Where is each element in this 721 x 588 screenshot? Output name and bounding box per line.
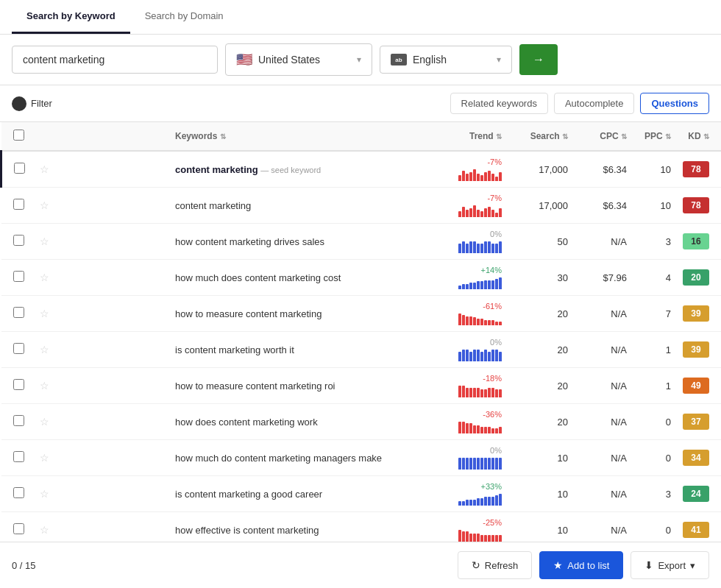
favorite-icon[interactable]: ☆ — [40, 163, 49, 175]
kd-cell: 78 — [677, 188, 721, 224]
bar — [473, 500, 476, 506]
col-trend[interactable]: Trend ⇅ — [419, 122, 508, 151]
keyword-text[interactable]: is content marketing worth it — [175, 344, 294, 355]
bar — [495, 535, 498, 542]
questions-btn[interactable]: Questions — [640, 93, 709, 114]
col-check[interactable] — [1, 122, 32, 151]
row-checkbox[interactable] — [13, 451, 24, 462]
bar — [462, 284, 465, 289]
bar — [469, 500, 472, 506]
export-button[interactable]: ⬇ Export ▾ — [631, 551, 709, 579]
row-checkbox[interactable] — [14, 163, 25, 174]
favorite-icon[interactable]: ☆ — [40, 272, 49, 283]
keyword-text[interactable]: how much do content marketing managers m… — [175, 453, 382, 464]
search-button[interactable]: → — [519, 44, 558, 75]
refresh-button[interactable]: ↻ Refresh — [458, 551, 533, 579]
bar — [480, 458, 483, 470]
flag-icon: 🇺🇸 — [236, 52, 252, 68]
trend-wrapper: 0% — [425, 446, 502, 470]
favorite-icon[interactable]: ☆ — [40, 199, 49, 211]
row-checkbox[interactable] — [13, 415, 24, 426]
row-checkbox[interactable] — [13, 523, 24, 534]
keyword-text[interactable]: how to measure content marketing roi — [175, 380, 335, 392]
tab-domain[interactable]: Search by Domain — [130, 0, 238, 34]
bar — [480, 319, 483, 325]
bar — [484, 350, 487, 361]
table-row: ☆is content marketing worth it 0% 20N/A1… — [1, 332, 722, 368]
toggle-dot-icon — [12, 96, 26, 111]
search-volume-cell: 30 — [508, 260, 574, 296]
bar — [473, 205, 476, 217]
bar — [495, 389, 498, 397]
favorite-icon[interactable]: ☆ — [40, 344, 49, 355]
row-checkbox[interactable] — [13, 235, 24, 246]
bar — [458, 422, 461, 433]
trend-wrapper: 0% — [425, 338, 502, 361]
col-keywords[interactable]: Keywords ⇅ — [169, 122, 419, 151]
keyword-text[interactable]: how effective is content marketing — [175, 525, 319, 536]
filter-toggle[interactable]: Filter — [12, 96, 52, 111]
bar — [477, 210, 480, 217]
bar — [466, 531, 469, 542]
keyword-text[interactable]: how does content marketing work — [175, 417, 318, 428]
row-checkbox[interactable] — [13, 271, 24, 282]
tab-keyword[interactable]: Search by Keyword — [12, 0, 130, 34]
keyword-input[interactable] — [12, 46, 218, 74]
col-kd[interactable]: KD ⇅ — [677, 122, 721, 151]
mini-chart — [458, 204, 502, 217]
bar — [484, 497, 487, 506]
bar — [499, 241, 502, 253]
col-search[interactable]: Search ⇅ — [508, 122, 574, 151]
country-select[interactable]: 🇺🇸 United States ▾ — [225, 43, 372, 76]
bar — [488, 207, 491, 217]
bar — [473, 283, 476, 289]
language-icon: ab — [391, 54, 407, 65]
trend-percent: -7% — [487, 157, 502, 166]
keyword-text[interactable]: how content marketing drives sales — [175, 236, 324, 247]
favorite-icon[interactable]: ☆ — [40, 452, 49, 464]
trend-percent: -7% — [487, 194, 502, 202]
favorite-icon[interactable]: ☆ — [40, 308, 49, 319]
bar — [495, 322, 498, 325]
country-label: United States — [258, 54, 351, 65]
bar — [473, 317, 476, 325]
table-row: ☆how to measure content marketing -61% 2… — [1, 296, 722, 332]
kd-cell: 20 — [677, 260, 721, 296]
favorite-icon[interactable]: ☆ — [40, 380, 49, 392]
filter-bar: Filter Related keywords Autocomplete Que… — [0, 85, 721, 122]
language-select[interactable]: ab English ▾ — [380, 46, 512, 74]
select-all-checkbox[interactable] — [13, 130, 24, 141]
kd-cell: 39 — [677, 332, 721, 368]
add-to-list-button[interactable]: ★ Add to list — [539, 551, 623, 579]
table-row: ☆content marketing -7% 17,000$6.341078 — [1, 188, 722, 224]
bar — [480, 175, 483, 181]
col-cpc[interactable]: CPC ⇅ — [574, 122, 633, 151]
related-keywords-btn[interactable]: Related keywords — [450, 93, 548, 114]
keyword-text[interactable]: how much does content marketing cost — [175, 272, 341, 283]
bar — [491, 244, 494, 253]
keyword-text[interactable]: content marketing — [175, 200, 251, 211]
row-checkbox[interactable] — [13, 379, 24, 390]
keyword-text[interactable]: how to measure content marketing — [175, 308, 322, 319]
col-star — [31, 122, 169, 151]
row-checkbox[interactable] — [13, 487, 24, 498]
favorite-icon[interactable]: ☆ — [40, 235, 49, 247]
bar — [499, 494, 502, 506]
row-checkbox[interactable] — [13, 343, 24, 354]
keyword-text[interactable]: content marketing — seed keyword — [175, 164, 321, 175]
favorite-icon[interactable]: ☆ — [40, 488, 49, 500]
bar — [469, 458, 472, 470]
row-checkbox[interactable] — [13, 199, 24, 210]
autocomplete-btn[interactable]: Autocomplete — [554, 93, 635, 114]
bar — [499, 277, 502, 289]
keyword-text[interactable]: is content marketing a good career — [175, 489, 322, 500]
row-checkbox[interactable] — [13, 307, 24, 318]
trend-wrapper: +33% — [425, 482, 502, 506]
bar — [473, 241, 476, 253]
favorite-icon[interactable]: ☆ — [40, 416, 49, 428]
col-ppc[interactable]: PPC ⇅ — [633, 122, 677, 151]
favorite-icon[interactable]: ☆ — [40, 524, 49, 536]
bar — [499, 322, 502, 325]
mini-chart — [458, 384, 502, 397]
footer-actions: ↻ Refresh ★ Add to list ⬇ Export ▾ — [458, 551, 709, 579]
